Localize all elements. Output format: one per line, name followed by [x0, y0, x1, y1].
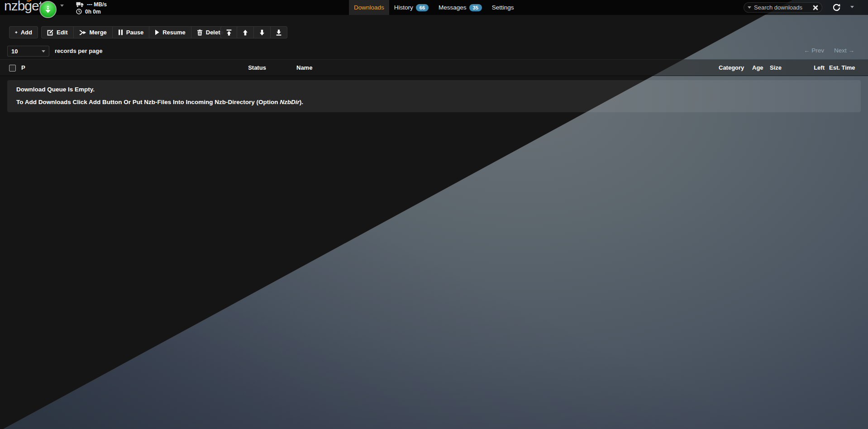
- queue-toolbar: Add Edit Merge: [0, 26, 868, 38]
- tab-messages[interactable]: Messages 35: [434, 0, 487, 15]
- search-clear-button[interactable]: [813, 5, 818, 10]
- plus-icon: [15, 29, 18, 35]
- resume-button[interactable]: Resume: [149, 26, 191, 38]
- merge-icon: [79, 29, 86, 36]
- top-navbar: nzbget --- MB/s: [0, 0, 868, 15]
- empty-queue-hint-suffix: ).: [300, 99, 303, 105]
- refresh-button[interactable]: [832, 3, 841, 12]
- speed-limit-caret-icon[interactable]: [60, 5, 64, 7]
- prev-page-link[interactable]: ← Prev: [804, 47, 824, 54]
- edit-button-label: Edit: [57, 29, 68, 36]
- records-per-page-label: records per page: [55, 48, 103, 54]
- edit-icon: [47, 29, 53, 36]
- pager-row: 10 records per page ← Prev Next →: [0, 46, 868, 57]
- queue-table-header: P Status Name Category Age Size Left Est…: [0, 59, 868, 76]
- nzbget-app: nzbget --- MB/s: [0, 0, 868, 429]
- arrow-up-icon: [242, 29, 248, 36]
- empty-queue-hint: To Add Downloads Click Add Button Or Put…: [16, 99, 852, 106]
- truck-icon: [76, 2, 84, 7]
- arrow-to-top-icon: [226, 29, 232, 36]
- move-up-button[interactable]: [237, 26, 254, 38]
- tab-settings[interactable]: Settings: [487, 0, 519, 15]
- move-buttons-group: [220, 26, 287, 38]
- clock-icon: [76, 9, 82, 14]
- records-per-page-value: 10: [11, 48, 18, 55]
- add-button-label: Add: [21, 29, 32, 36]
- edit-button[interactable]: Edit: [41, 26, 74, 38]
- resume-button-label: Resume: [162, 29, 186, 36]
- history-count-badge: 66: [416, 4, 429, 11]
- move-down-button[interactable]: [254, 26, 271, 38]
- select-all-checkbox[interactable]: [9, 65, 16, 72]
- tab-messages-label: Messages: [439, 4, 467, 11]
- speed-row: --- MB/s: [76, 1, 107, 8]
- merge-button-label: Merge: [90, 29, 107, 36]
- empty-queue-panel: Download Queue Is Empty. To Add Download…: [7, 80, 861, 112]
- tab-history-label: History: [394, 4, 413, 11]
- tab-downloads[interactable]: Downloads: [349, 0, 389, 15]
- column-priority[interactable]: P: [21, 64, 25, 71]
- tab-history[interactable]: History 66: [389, 0, 434, 15]
- add-button[interactable]: Add: [9, 26, 38, 38]
- clear-x-icon: [813, 5, 818, 10]
- move-to-bottom-button[interactable]: [271, 26, 287, 38]
- pagination: ← Prev Next →: [804, 47, 854, 54]
- trash-icon: [197, 29, 203, 36]
- pause-button[interactable]: Pause: [113, 26, 149, 38]
- refresh-icon: [832, 3, 841, 12]
- pause-resume-all-button[interactable]: [39, 1, 57, 18]
- nav-menu-caret-icon[interactable]: [850, 6, 854, 8]
- main-nav: Downloads History 66 Messages 35 Setting…: [349, 0, 519, 15]
- play-icon: [155, 29, 159, 35]
- move-to-top-button[interactable]: [220, 26, 237, 38]
- arrow-down-icon: [259, 29, 265, 36]
- search-input[interactable]: [754, 4, 810, 11]
- column-name[interactable]: Name: [296, 64, 312, 71]
- arrow-to-bottom-icon: [276, 29, 282, 36]
- column-age[interactable]: Age: [752, 64, 763, 71]
- status-summary: --- MB/s 0h 0m: [76, 1, 107, 15]
- pause-icon: [118, 29, 123, 35]
- download-arrow-icon: [43, 5, 52, 14]
- empty-queue-title: Download Queue Is Empty.: [16, 86, 852, 93]
- column-size[interactable]: Size: [770, 64, 782, 71]
- select-caret-icon: [42, 50, 45, 52]
- next-page-link[interactable]: Next →: [834, 47, 854, 54]
- app-logo: nzbget: [4, 0, 42, 14]
- app-logo-text: nzbget: [4, 0, 42, 13]
- merge-button[interactable]: Merge: [74, 26, 113, 38]
- empty-queue-hint-prefix: To Add Downloads Click Add Button Or Put…: [16, 99, 280, 105]
- search-box: [744, 2, 822, 13]
- time-row: 0h 0m: [76, 8, 107, 15]
- pause-button-label: Pause: [126, 29, 143, 36]
- column-left[interactable]: Left: [800, 64, 825, 71]
- messages-count-badge: 35: [469, 4, 482, 11]
- queue-actions-group: Edit Merge Pause Resume: [41, 26, 229, 38]
- column-category[interactable]: Category: [719, 64, 744, 71]
- tab-downloads-label: Downloads: [354, 4, 384, 11]
- search-options-caret-icon[interactable]: [748, 6, 751, 9]
- column-status[interactable]: Status: [244, 64, 270, 71]
- column-est-time[interactable]: Est. Time: [829, 64, 855, 71]
- download-speed-value: --- MB/s: [87, 1, 107, 8]
- tab-settings-label: Settings: [492, 4, 514, 11]
- empty-queue-hint-option: NzbDir: [280, 99, 300, 105]
- records-per-page-select[interactable]: 10: [7, 46, 49, 57]
- time-left-value: 0h 0m: [85, 9, 101, 15]
